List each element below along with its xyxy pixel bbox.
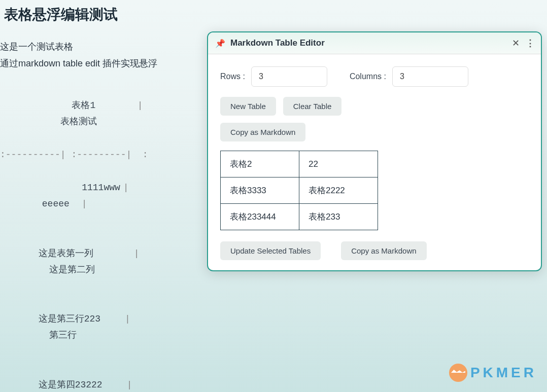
rows-label: Rows : — [220, 72, 245, 81]
md-table1-cell: eeeee — [33, 196, 79, 212]
md-table1-cell: 这是第四23222 — [39, 380, 102, 390]
editor-cell[interactable]: 表格2222 — [299, 177, 378, 204]
editor-cell[interactable]: 表格3333 — [221, 177, 299, 204]
md-table1-cell: 这是表第一列 — [39, 248, 93, 259]
md-table1-header-0: 表格1 — [33, 97, 134, 114]
md-table1-cell: 1111www — [33, 180, 120, 196]
md-table1-cell: 这是第二列 — [49, 265, 95, 275]
editor-cell[interactable]: 表格233 — [299, 204, 378, 230]
columns-label: Columns : — [350, 72, 386, 81]
columns-input[interactable] — [392, 66, 468, 87]
rows-input[interactable] — [251, 66, 327, 87]
pin-icon[interactable]: 📌 — [215, 39, 225, 48]
editor-cell[interactable]: 22 — [299, 151, 378, 177]
pkmer-logo-icon — [449, 364, 467, 382]
copy-as-markdown-button-2[interactable]: Copy as Markdown — [341, 241, 426, 260]
pkmer-logo-text: PKMER — [470, 365, 537, 381]
close-icon[interactable]: ✕ — [512, 38, 520, 49]
clear-table-button[interactable]: Clear Table — [283, 97, 342, 116]
md-table1-header-1: 表格测试 — [33, 114, 124, 130]
editor-cell[interactable]: 表格233444 — [221, 204, 299, 230]
more-icon[interactable]: ⋮ — [526, 38, 534, 49]
copy-as-markdown-button[interactable]: Copy as Markdown — [220, 123, 305, 141]
editor-cell[interactable]: 表格2 — [221, 151, 299, 177]
md-table1-cell: 第三行 — [49, 330, 77, 340]
new-table-button[interactable]: New Table — [220, 97, 276, 116]
md-table1-cell: 这是第三行223 — [39, 314, 100, 324]
markdown-table-editor-popup: 📌 Markdown Table Editor ✕ ⋮ Rows : Colum… — [207, 31, 542, 271]
popup-header[interactable]: 📌 Markdown Table Editor ✕ ⋮ — [208, 32, 541, 54]
popup-title: Markdown Table Editor — [230, 38, 512, 48]
pkmer-logo: PKMER — [449, 364, 537, 382]
editor-table-grid[interactable]: 表格2 22 表格3333 表格2222 表格233444 表格233 — [220, 151, 378, 230]
page-title: 表格悬浮编辑测试 — [0, 5, 547, 24]
update-selected-tables-button[interactable]: Update Selected Tables — [220, 241, 321, 260]
